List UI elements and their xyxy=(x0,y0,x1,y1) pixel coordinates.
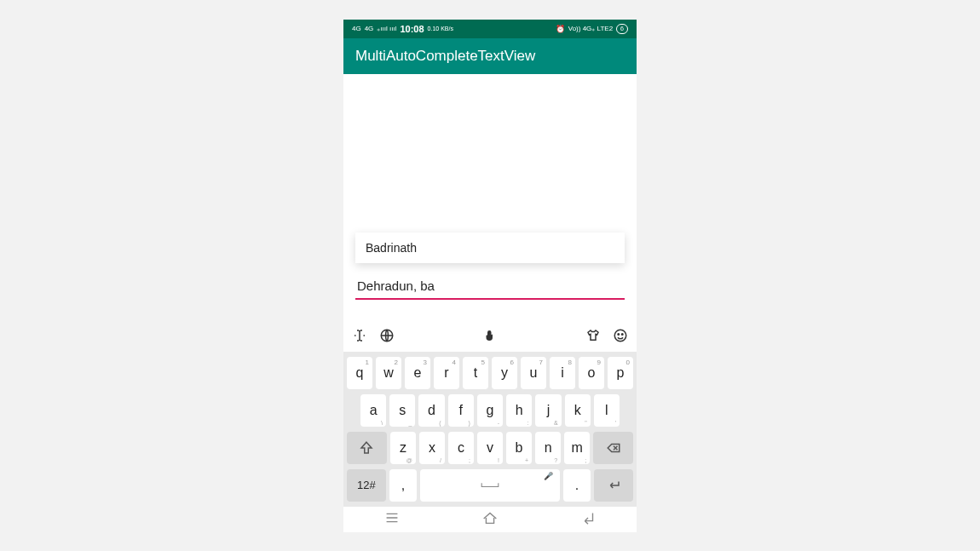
mic-icon: 🎤 xyxy=(544,472,553,480)
app-title: MultiAutoCompleteTextView xyxy=(355,48,535,65)
key-e[interactable]: e3 xyxy=(405,357,430,389)
key-h[interactable]: h: xyxy=(506,394,532,427)
touchpal-icon[interactable] xyxy=(482,328,498,347)
suggestion-text: Badrinath xyxy=(366,241,417,255)
key-s[interactable]: s_ xyxy=(389,394,415,427)
key-p[interactable]: p0 xyxy=(608,357,633,389)
svg-point-3 xyxy=(622,333,624,335)
key-q[interactable]: q1 xyxy=(347,357,372,389)
key-i[interactable]: i8 xyxy=(550,357,575,389)
multi-autocomplete-input[interactable] xyxy=(355,275,625,300)
key-b[interactable]: b+ xyxy=(506,432,532,464)
comma-key[interactable]: , xyxy=(389,469,418,502)
emoji-icon[interactable] xyxy=(613,328,628,347)
clock: 10:08 xyxy=(400,24,424,34)
svg-point-2 xyxy=(618,333,620,335)
symbols-key[interactable]: 12# xyxy=(347,469,386,502)
app-bar: MultiAutoCompleteTextView xyxy=(343,38,637,74)
alarm-icon: ⏰ xyxy=(556,25,565,33)
status-right: ⏰ Vo)) 4G₊ LTE2 6 xyxy=(556,24,628,34)
period-key[interactable]: . xyxy=(563,469,591,502)
soft-keyboard: q1w2e3r4t5y6u7i8o9p0 a\s_d(f)g-h:j&k"l' … xyxy=(343,352,637,507)
status-left: 4G 4G ₊ıııl ıııl 10:08 0.10 KB/s xyxy=(352,24,453,34)
space-key[interactable]: 🎤 xyxy=(420,469,559,502)
key-f[interactable]: f) xyxy=(448,394,474,427)
autocomplete-suggestion[interactable]: Badrinath xyxy=(355,232,625,263)
key-j[interactable]: j& xyxy=(535,394,561,427)
battery-icon: 6 xyxy=(616,24,628,34)
key-z[interactable]: z@ xyxy=(390,432,416,464)
key-m[interactable]: m; xyxy=(564,432,590,464)
key-t[interactable]: t5 xyxy=(463,357,488,389)
key-y[interactable]: y6 xyxy=(492,357,517,389)
kb-row-1: q1w2e3r4t5y6u7i8o9p0 xyxy=(347,357,633,389)
status-bar: 4G 4G ₊ıııl ıııl 10:08 0.10 KB/s ⏰ Vo)) … xyxy=(343,20,637,38)
key-d[interactable]: d( xyxy=(418,394,444,427)
tshirt-icon[interactable] xyxy=(585,328,601,347)
signal-bars-icon: ₊ıııl ıııl xyxy=(377,25,396,32)
globe-icon[interactable] xyxy=(379,328,395,347)
key-a[interactable]: a\ xyxy=(360,394,386,427)
content-area: Badrinath xyxy=(343,74,637,323)
key-w[interactable]: w2 xyxy=(376,357,401,389)
text-cursor-icon[interactable] xyxy=(352,328,367,347)
key-l[interactable]: l' xyxy=(594,394,620,427)
recent-apps-icon[interactable] xyxy=(383,508,401,531)
kb-row-2: a\s_d(f)g-h:j&k"l' xyxy=(347,394,633,427)
key-n[interactable]: n? xyxy=(535,432,561,464)
backspace-key[interactable] xyxy=(593,432,633,464)
key-u[interactable]: u7 xyxy=(521,357,546,389)
volte-label: Vo)) 4G₊ LTE2 xyxy=(568,25,613,32)
signal-icon: 4G xyxy=(365,25,374,32)
signal-icon: 4G xyxy=(352,25,361,32)
shift-key[interactable] xyxy=(347,432,387,464)
key-r[interactable]: r4 xyxy=(434,357,459,389)
data-speed: 0.10 KB/s xyxy=(428,26,453,32)
phone-frame: 4G 4G ₊ıııl ıııl 10:08 0.10 KB/s ⏰ Vo)) … xyxy=(343,20,637,532)
key-k[interactable]: k" xyxy=(565,394,591,427)
back-icon[interactable] xyxy=(579,508,597,531)
keyboard-toolbar xyxy=(343,323,637,352)
system-nav-bar xyxy=(343,507,637,532)
key-o[interactable]: o9 xyxy=(579,357,604,389)
key-x[interactable]: x/ xyxy=(419,432,445,464)
key-g[interactable]: g- xyxy=(477,394,503,427)
kb-row-4: 12# , 🎤 . xyxy=(347,469,633,502)
enter-key[interactable] xyxy=(594,469,633,502)
svg-point-1 xyxy=(614,330,626,342)
home-icon[interactable] xyxy=(481,508,499,531)
key-v[interactable]: v! xyxy=(477,432,503,464)
kb-row-3: z@x/c;v!b+n?m; xyxy=(347,432,633,464)
key-c[interactable]: c; xyxy=(448,432,474,464)
